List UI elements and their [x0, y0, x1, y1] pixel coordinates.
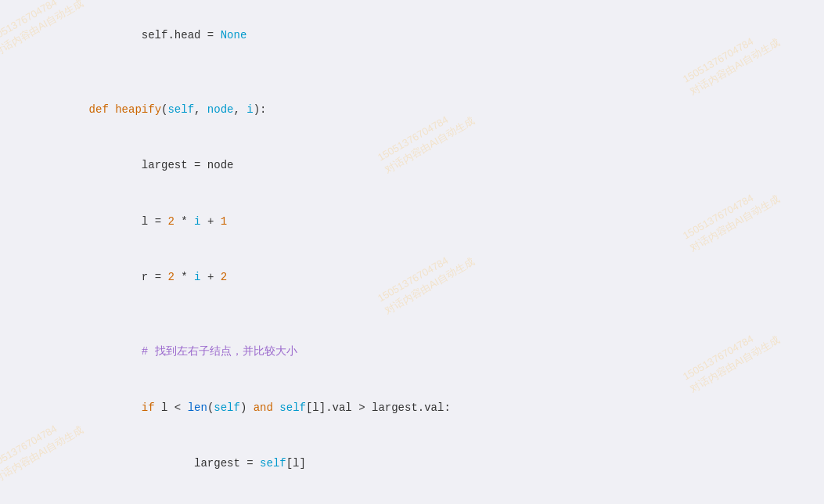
- code-line-l: l = 2 * i + 1: [63, 194, 808, 250]
- code-line-if-l: if l < len(self) and self[l].val > large…: [63, 380, 808, 436]
- code-editor: 15051376704784对话内容由AI自动生成 15051376704784…: [0, 0, 824, 504]
- code-line-if-r: if r < len(self) and self[r].val > large…: [63, 492, 808, 504]
- code-line-1: self.head = None: [63, 8, 808, 63]
- code-line-r: r = 2 * i + 2: [63, 250, 808, 305]
- code-line-def: def heapify(self, node, i):: [63, 82, 808, 138]
- code-line-largest: largest = node: [63, 139, 808, 194]
- code-line-blank-1: [63, 63, 808, 82]
- code-line-largest-l: largest = self[l]: [63, 436, 808, 491]
- code-line-blank-2: [63, 306, 808, 325]
- code-line-comment1: # 找到左右子结点，并比较大小: [63, 325, 808, 380]
